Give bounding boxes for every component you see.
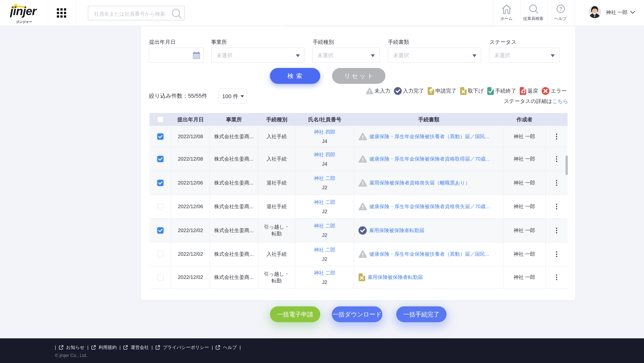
svg-text:jinjer: jinjer bbox=[10, 5, 37, 18]
svg-text:ジンジャー: ジンジャー bbox=[16, 20, 32, 24]
svg-text:?: ? bbox=[559, 6, 562, 12]
